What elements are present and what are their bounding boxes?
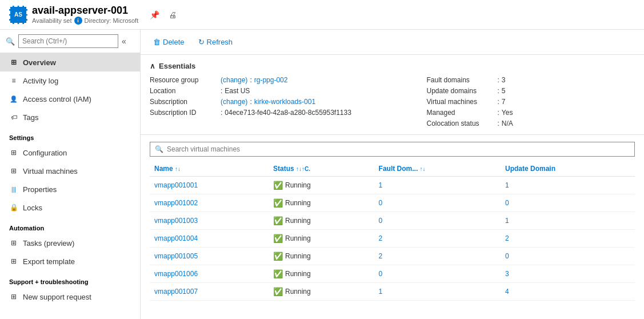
update-domain-value: 0 — [505, 199, 509, 207]
sidebar-item-label-tags: Tags — [23, 113, 38, 122]
section-support-header: Support + troubleshooting — [0, 273, 140, 288]
table-row: vmapp001005✅ Running20 — [150, 248, 635, 265]
essentials-label: Essentials — [159, 62, 195, 70]
vm-name-link[interactable]: vmapp001001 — [154, 181, 198, 189]
sidebar-item-virtual-machines[interactable]: ⊞ Virtual machines — [0, 162, 140, 180]
essentials-header[interactable]: ∧ Essentials — [150, 62, 635, 70]
virtual-machines-colon: : — [498, 98, 499, 106]
vm-name-cell: vmapp001004 — [150, 230, 269, 248]
search-icon: 🔍 — [6, 37, 15, 46]
fault-sort-icon: ↑↓ — [420, 166, 426, 172]
vm-update-domain-cell: 3 — [501, 265, 635, 283]
vm-status: ✅ Running — [273, 234, 370, 243]
sidebar-item-label-properties: Properties — [23, 185, 57, 194]
vm-status: ✅ Running — [273, 216, 370, 225]
sidebar-item-label-virtual-machines: Virtual machines — [23, 167, 78, 176]
sidebar-item-properties[interactable]: ||| Properties — [0, 180, 140, 198]
virtual-machines-label: Virtual machines — [427, 98, 495, 106]
export-icon: ⊞ — [9, 257, 18, 266]
location-label: Location — [150, 87, 218, 95]
sidebar-item-label-configuration: Configuration — [23, 149, 67, 157]
sidebar-item-configuration[interactable]: ⊞ Configuration — [0, 143, 140, 162]
refresh-button[interactable]: ↻ Refresh — [195, 35, 237, 49]
sidebar-item-tasks-preview[interactable]: ⊞ Tasks (preview) — [0, 234, 140, 252]
sidebar-item-activity-log[interactable]: ≡ Activity log — [0, 71, 140, 90]
vm-name-link[interactable]: vmapp001002 — [154, 199, 198, 207]
collapse-sidebar-button[interactable]: « — [122, 37, 126, 46]
sidebar-item-label-export: Export template — [23, 257, 75, 266]
vm-name-link[interactable]: vmapp001007 — [154, 288, 198, 296]
search-input[interactable] — [18, 34, 118, 48]
tags-icon: 🏷 — [9, 113, 18, 122]
fault-domain-value: 2 — [379, 252, 383, 260]
vm-name-link[interactable]: vmapp001006 — [154, 270, 198, 278]
subscription-change-link[interactable]: (change) — [221, 98, 247, 106]
update-domain-value: 1 — [505, 181, 509, 189]
toolbar: 🗑 Delete ↻ Refresh — [141, 30, 644, 55]
update-domain-value: 0 — [505, 252, 509, 260]
running-icon: ✅ — [273, 216, 283, 225]
vm-name-cell: vmapp001005 — [150, 248, 269, 265]
vm-update-domain-cell: 4 — [501, 283, 635, 301]
sidebar-item-label-access-control: Access control (IAM) — [23, 95, 91, 103]
resource-title: avail-appserver-001 — [32, 5, 138, 17]
vm-status-cell: ✅ Running — [269, 212, 374, 230]
colocation-colon: : — [498, 119, 499, 127]
update-domain-value: 2 — [505, 234, 509, 242]
delete-button[interactable]: 🗑 Delete — [150, 35, 188, 49]
vm-name-link[interactable]: vmapp001005 — [154, 252, 198, 260]
sidebar-item-label-support: New support request — [23, 293, 91, 301]
sidebar-item-new-support-request[interactable]: ⊞ New support request — [0, 288, 140, 306]
sidebar-item-tags[interactable]: 🏷 Tags — [0, 108, 140, 126]
running-icon: ✅ — [273, 269, 283, 278]
pin-button[interactable]: 📌 — [147, 9, 162, 21]
managed-value: Yes — [502, 109, 513, 117]
vm-update-domain-cell: 2 — [501, 230, 635, 248]
table-header-row: Name ↑↓ Status ↑↓↑C. Fault Dom... ↑↓ — [150, 161, 635, 177]
vm-name-link[interactable]: vmapp001004 — [154, 234, 198, 242]
colocation-value: N/A — [502, 119, 513, 127]
app-icon: AS — [9, 6, 27, 24]
colocation-label: Colocation status — [427, 119, 495, 127]
managed-label: Managed — [427, 109, 495, 117]
fault-domain-value: 1 — [379, 181, 383, 189]
table-row: vmapp001006✅ Running03 — [150, 265, 635, 283]
location-value: East US — [225, 87, 250, 95]
subscription-value[interactable]: kirke-workloads-001 — [254, 98, 315, 106]
vm-status-cell: ✅ Running — [269, 194, 374, 212]
vm-update-domain-cell: 1 — [501, 177, 635, 194]
name-sort-icon: ↑↓ — [175, 166, 181, 172]
fault-domain-value: 0 — [379, 217, 383, 225]
rg-label: Resource group — [150, 76, 218, 84]
sidebar-item-export-template[interactable]: ⊞ Export template — [0, 252, 140, 270]
top-header: AS avail-appserver-001 Availability set … — [0, 0, 644, 30]
rg-value[interactable]: rg-ppg-002 — [254, 76, 288, 84]
vm-status-cell: ✅ Running — [269, 248, 374, 265]
column-header-status[interactable]: Status ↑↓↑C. — [269, 161, 374, 177]
print-button[interactable]: 🖨 — [166, 9, 179, 21]
column-header-fault-domain[interactable]: Fault Dom... ↑↓ — [374, 161, 501, 177]
table-row: vmapp001002✅ Running00 — [150, 194, 635, 212]
header-icons: 📌 🖨 — [147, 9, 179, 21]
update-domains-value: 5 — [502, 87, 506, 95]
fault-domains-colon: : — [498, 76, 499, 84]
vm-fault-domain-cell: 2 — [374, 248, 501, 265]
vm-search-input[interactable] — [167, 145, 630, 153]
essentials-row-managed: Managed : Yes — [427, 109, 635, 117]
fault-domain-value: 0 — [379, 270, 383, 278]
header-title-block: avail-appserver-001 Availability set i D… — [32, 5, 138, 25]
rg-change-link[interactable]: (change) — [221, 76, 247, 84]
fault-domain-value: 1 — [379, 288, 383, 296]
vm-name-cell: vmapp001001 — [150, 177, 269, 194]
vm-status-cell: ✅ Running — [269, 283, 374, 301]
column-header-update-domain[interactable]: Update Domain — [501, 161, 635, 177]
sidebar-item-locks[interactable]: 🔒 Locks — [0, 198, 140, 217]
sidebar-item-overview[interactable]: ⊞ Overview — [0, 53, 140, 71]
table-row: vmapp001001✅ Running11 — [150, 177, 635, 194]
sidebar-item-access-control[interactable]: 👤 Access control (IAM) — [0, 90, 140, 108]
rg-colon: : — [250, 76, 251, 84]
essentials-row-location: Location : East US — [150, 87, 393, 95]
vm-name-link[interactable]: vmapp001003 — [154, 217, 198, 225]
search-box-container: 🔍 « — [0, 30, 140, 53]
column-header-name[interactable]: Name ↑↓ — [150, 161, 269, 177]
